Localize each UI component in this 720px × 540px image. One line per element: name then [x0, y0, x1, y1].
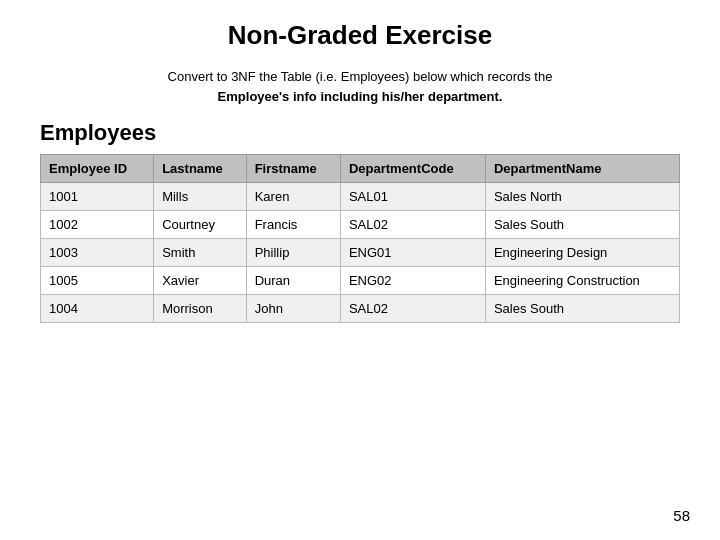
- cell-lastname: Mills: [154, 183, 247, 211]
- cell-dept_name: Engineering Construction: [485, 267, 679, 295]
- col-header-lastname: Lastname: [154, 155, 247, 183]
- cell-lastname: Morrison: [154, 295, 247, 323]
- cell-dept_code: SAL02: [340, 295, 485, 323]
- main-title: Non-Graded Exercise: [40, 20, 680, 51]
- subtitle: Convert to 3NF the Table (i.e. Employees…: [40, 67, 680, 106]
- table-row: 1005XavierDuranENG02Engineering Construc…: [41, 267, 680, 295]
- page-number: 58: [673, 507, 690, 524]
- col-header-firstname: Firstname: [246, 155, 340, 183]
- cell-firstname: Phillip: [246, 239, 340, 267]
- col-header-dept-name: DepartmentName: [485, 155, 679, 183]
- cell-emp_id: 1001: [41, 183, 154, 211]
- col-header-emp-id: Employee ID: [41, 155, 154, 183]
- cell-firstname: Francis: [246, 211, 340, 239]
- cell-dept_code: SAL01: [340, 183, 485, 211]
- page: Non-Graded Exercise Convert to 3NF the T…: [0, 0, 720, 540]
- cell-emp_id: 1004: [41, 295, 154, 323]
- cell-dept_name: Engineering Design: [485, 239, 679, 267]
- cell-dept_code: ENG02: [340, 267, 485, 295]
- cell-firstname: John: [246, 295, 340, 323]
- cell-dept_name: Sales North: [485, 183, 679, 211]
- cell-emp_id: 1003: [41, 239, 154, 267]
- col-header-dept-code: DepartmentCode: [340, 155, 485, 183]
- cell-emp_id: 1005: [41, 267, 154, 295]
- table-row: 1003SmithPhillipENG01Engineering Design: [41, 239, 680, 267]
- employees-table: Employee ID Lastname Firstname Departmen…: [40, 154, 680, 323]
- subtitle-line1: Convert to 3NF the Table (i.e. Employees…: [168, 69, 553, 84]
- cell-dept_code: SAL02: [340, 211, 485, 239]
- cell-dept_name: Sales South: [485, 295, 679, 323]
- cell-emp_id: 1002: [41, 211, 154, 239]
- table-row: 1004MorrisonJohnSAL02Sales South: [41, 295, 680, 323]
- cell-lastname: Xavier: [154, 267, 247, 295]
- cell-firstname: Duran: [246, 267, 340, 295]
- table-row: 1002CourtneyFrancisSAL02Sales South: [41, 211, 680, 239]
- cell-firstname: Karen: [246, 183, 340, 211]
- cell-lastname: Courtney: [154, 211, 247, 239]
- subtitle-line2: Employee's info including his/her depart…: [218, 89, 503, 104]
- table-row: 1001MillsKarenSAL01Sales North: [41, 183, 680, 211]
- table-header-row: Employee ID Lastname Firstname Departmen…: [41, 155, 680, 183]
- cell-dept_code: ENG01: [340, 239, 485, 267]
- cell-lastname: Smith: [154, 239, 247, 267]
- section-title: Employees: [40, 120, 680, 146]
- cell-dept_name: Sales South: [485, 211, 679, 239]
